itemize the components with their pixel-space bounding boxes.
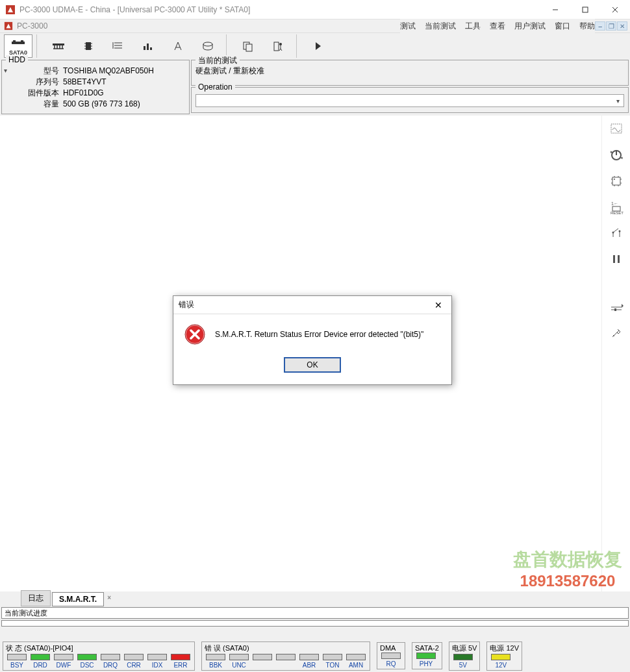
svg-rect-7 <box>13 40 16 42</box>
status-led: ERR <box>170 654 192 669</box>
progress-label: 当前测试进度 <box>1 607 629 619</box>
svg-rect-32 <box>611 124 622 133</box>
tool-chip-icon[interactable] <box>74 34 103 58</box>
current-test-value: 硬盘测试 / 重新校准 <box>195 64 624 77</box>
mdi-restore-button[interactable]: ❐ <box>606 21 616 31</box>
status-led: BSY <box>6 654 28 669</box>
hdd-model-label: 型号 <box>6 66 63 77</box>
rt-power-icon[interactable]: ▸◂ <box>607 147 625 164</box>
tab-close-icon[interactable]: × <box>107 594 111 601</box>
maximize-button[interactable] <box>570 0 600 19</box>
led-light <box>147 654 167 660</box>
hdd-cap-label: 容量 <box>6 99 63 110</box>
tool-play-icon[interactable] <box>304 34 333 58</box>
svg-rect-8 <box>21 40 23 42</box>
svg-rect-9 <box>53 44 64 45</box>
status-led: DRD <box>29 654 51 669</box>
toolbar-separator <box>36 34 40 58</box>
status-led: CRR <box>123 654 145 669</box>
hdd-cap-value: 500 GB (976 773 168) <box>63 99 185 110</box>
svg-rect-56 <box>618 255 620 263</box>
current-test-panel: 当前的测试 硬盘测试 / 重新校准 <box>191 60 629 86</box>
tab-smart[interactable]: S.M.A.R.T.× <box>52 592 104 606</box>
operation-dropdown[interactable] <box>195 94 624 107</box>
mdi-minimize-button[interactable]: ‒ <box>595 21 605 31</box>
led-label: BSY <box>10 662 23 669</box>
status-led: UNC <box>228 654 250 669</box>
hdd-serial-value: 58BET4YVT <box>63 77 185 88</box>
status-group-dma: DMA RQ <box>377 642 405 669</box>
mdi-window-controls: ‒ ❐ ✕ <box>595 21 630 31</box>
mdi-close-button[interactable]: ✕ <box>617 21 627 31</box>
status-led: 5V <box>452 654 474 669</box>
led-light <box>31 654 50 660</box>
rt-reset-icon[interactable]: 1←RESET <box>607 199 625 216</box>
app-icon <box>5 5 16 15</box>
dialog-message: S.M.A.R.T. Return Status Error Device er… <box>215 330 423 339</box>
tool-exit-icon[interactable] <box>264 34 292 58</box>
svg-rect-55 <box>613 255 615 263</box>
hdd-fw-value: HDF01D0G <box>63 88 185 99</box>
tool-compass-icon[interactable] <box>164 34 192 58</box>
mdi-title: PC-3000 <box>17 21 400 31</box>
rt-pause-icon[interactable] <box>607 251 625 268</box>
rt-switch-icon[interactable] <box>607 225 625 242</box>
operation-panel: Operation <box>191 87 629 113</box>
status-group-sata-state: 状 态 (SATA0)-[PIO4] BSYDRDDWFDSCDRQCRRIDX… <box>3 641 195 671</box>
led-light <box>229 654 249 660</box>
menu-help[interactable]: 帮助 <box>579 21 595 32</box>
menu-test[interactable]: 测试 <box>400 21 416 32</box>
close-button[interactable] <box>600 0 630 19</box>
menu-window[interactable]: 窗口 <box>555 21 570 32</box>
svg-rect-37 <box>612 177 620 185</box>
dialog-titlebar: 错误 ✕ <box>173 296 451 314</box>
hdd-serial-label: 序列号 <box>6 77 63 88</box>
svg-rect-26 <box>246 44 252 51</box>
led-label: DRQ <box>103 662 118 669</box>
svg-text:▸: ▸ <box>611 149 613 154</box>
rt-settings-icon[interactable] <box>607 325 625 342</box>
bottom-tabs: 日志 S.M.A.R.T.× <box>0 591 630 606</box>
tool-chart-icon[interactable] <box>134 34 162 58</box>
ok-button[interactable]: OK <box>284 357 341 373</box>
expand-icon[interactable]: ▾ <box>4 67 7 74</box>
status-group-power5v: 电源 5V 5V <box>449 641 481 671</box>
led-light <box>101 654 120 660</box>
menu-user-test[interactable]: 用户测试 <box>514 21 546 32</box>
led-label: 12V <box>496 662 507 669</box>
svg-point-62 <box>613 335 614 336</box>
tab-log[interactable]: 日志 <box>21 590 51 606</box>
menu-tools[interactable]: 工具 <box>465 21 481 32</box>
menu-current-test[interactable]: 当前测试 <box>425 21 456 32</box>
mdi-titlebar: PC-3000 测试 当前测试 工具 查看 用户测试 窗口 帮助 ‒ ❐ ✕ <box>0 19 630 32</box>
led-light <box>299 654 319 660</box>
svg-rect-27 <box>274 42 279 51</box>
status-led: BBK <box>205 654 227 669</box>
status-group-label: SATA-2 <box>415 644 439 652</box>
tool-disk-icon[interactable] <box>194 34 222 58</box>
led-label: ERR <box>173 662 187 669</box>
right-toolbar: ▸◂ 1←RESET <box>601 116 630 591</box>
menu-view[interactable]: 查看 <box>490 21 505 32</box>
tool-list-icon[interactable] <box>104 34 132 58</box>
dialog-close-button[interactable]: ✕ <box>431 300 446 310</box>
led-label: DWF <box>57 662 71 669</box>
tool-copy-icon[interactable] <box>234 34 262 58</box>
led-label: UNC <box>232 662 246 669</box>
svg-point-54 <box>618 230 620 232</box>
rt-oscilloscope-icon[interactable] <box>607 121 625 138</box>
led-label: 5V <box>459 662 467 669</box>
led-light <box>253 654 272 660</box>
minimize-button[interactable] <box>540 0 570 19</box>
svg-point-53 <box>612 232 614 234</box>
svg-rect-60 <box>614 308 616 311</box>
svg-line-51 <box>613 229 618 232</box>
rt-slider-icon[interactable] <box>607 299 625 316</box>
tool-sata-port[interactable]: SATA0 <box>4 34 32 58</box>
status-led: DSC <box>76 654 98 669</box>
tool-connector-icon[interactable] <box>44 34 73 58</box>
error-icon <box>184 323 206 345</box>
rt-chip-icon[interactable] <box>607 173 625 190</box>
svg-line-31 <box>281 49 282 51</box>
svg-point-28 <box>279 43 282 45</box>
